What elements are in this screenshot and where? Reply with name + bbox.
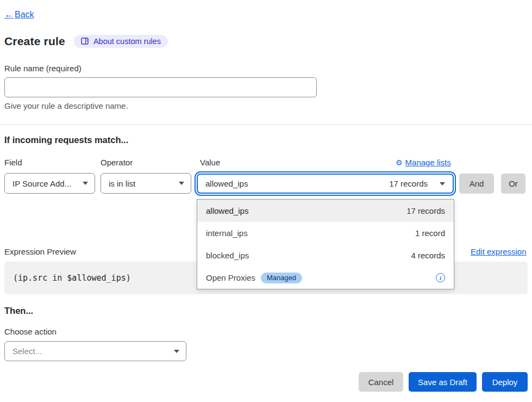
operator-label: Operator — [101, 158, 133, 167]
rule-name-input[interactable] — [4, 77, 317, 97]
chevron-down-icon — [179, 182, 184, 185]
choose-action-label: Choose action — [4, 327, 57, 336]
operator-select[interactable]: is in list — [101, 173, 191, 194]
back-arrow-icon: ← — [4, 9, 14, 20]
save-as-draft-button[interactable]: Save as Draft — [409, 372, 477, 392]
value-select-count: 17 records — [389, 179, 428, 188]
list-option-internal-ips[interactable]: internal_ips 1 record — [197, 222, 454, 244]
rule-name-label: Rule name (required) — [4, 64, 82, 73]
manage-lists-label: Manage lists — [405, 158, 451, 167]
expression-preview-label: Expression Preview — [4, 247, 76, 256]
list-option-blocked-ips[interactable]: blocked_ips 4 records — [197, 244, 454, 267]
list-option-name-text: Open Proxies — [206, 273, 255, 282]
list-option-name: Open Proxies Managed — [206, 273, 302, 283]
list-option-name: internal_ips — [206, 228, 248, 238]
back-link[interactable]: ←Back — [4, 9, 34, 20]
value-select-name: allowed_ips — [205, 179, 389, 188]
book-icon — [81, 38, 89, 45]
gear-icon: ⚙ — [396, 158, 403, 167]
value-select[interactable]: allowed_ips 17 records — [197, 174, 454, 194]
chevron-down-icon — [440, 182, 445, 185]
page-title: Create rule — [4, 35, 65, 48]
edit-expression-link[interactable]: Edit expression — [471, 247, 527, 256]
list-option-name: allowed_ips — [206, 206, 248, 215]
list-option-count: 1 record — [415, 228, 445, 238]
list-option-count: 4 records — [411, 251, 445, 260]
and-button[interactable]: And — [459, 174, 494, 194]
list-option-name: blocked_ips — [206, 251, 249, 260]
field-label: Field — [4, 158, 22, 167]
field-select-value: IP Source Add... — [12, 179, 71, 188]
then-heading: Then... — [4, 306, 33, 316]
create-rule-page: ←Back Create rule About custom rules Rul… — [0, 0, 532, 402]
operator-select-value: is in list — [109, 179, 135, 188]
value-label: Value — [200, 158, 220, 167]
list-option-count: 17 records — [406, 206, 445, 215]
about-badge-label: About custom rules — [93, 37, 161, 46]
list-option-allowed-ips[interactable]: allowed_ips 17 records — [197, 200, 454, 222]
field-select[interactable]: IP Source Add... — [4, 173, 95, 194]
section-divider — [0, 124, 532, 125]
list-option-open-proxies[interactable]: Open Proxies Managed i — [197, 267, 454, 289]
chevron-down-icon — [83, 182, 88, 185]
manage-lists-link[interactable]: ⚙ Manage lists — [396, 158, 451, 167]
rule-name-helper: Give your rule a descriptive name. — [4, 101, 128, 110]
or-button[interactable]: Or — [501, 174, 525, 194]
title-row: Create rule About custom rules — [4, 35, 168, 48]
action-select[interactable]: Select... — [4, 341, 186, 361]
expression-code: (ip.src in $allowed_ips) — [13, 273, 131, 283]
managed-badge: Managed — [261, 273, 302, 283]
match-section-heading: If incoming requests match... — [4, 135, 128, 145]
back-label: Back — [15, 10, 34, 20]
deploy-button[interactable]: Deploy — [482, 372, 528, 392]
value-dropdown-menu: allowed_ips 17 records internal_ips 1 re… — [197, 199, 454, 289]
cancel-button[interactable]: Cancel — [359, 372, 403, 392]
about-custom-rules-link[interactable]: About custom rules — [74, 35, 168, 48]
chevron-down-icon — [174, 350, 179, 353]
info-icon[interactable]: i — [436, 273, 445, 282]
action-select-placeholder: Select... — [12, 347, 42, 356]
